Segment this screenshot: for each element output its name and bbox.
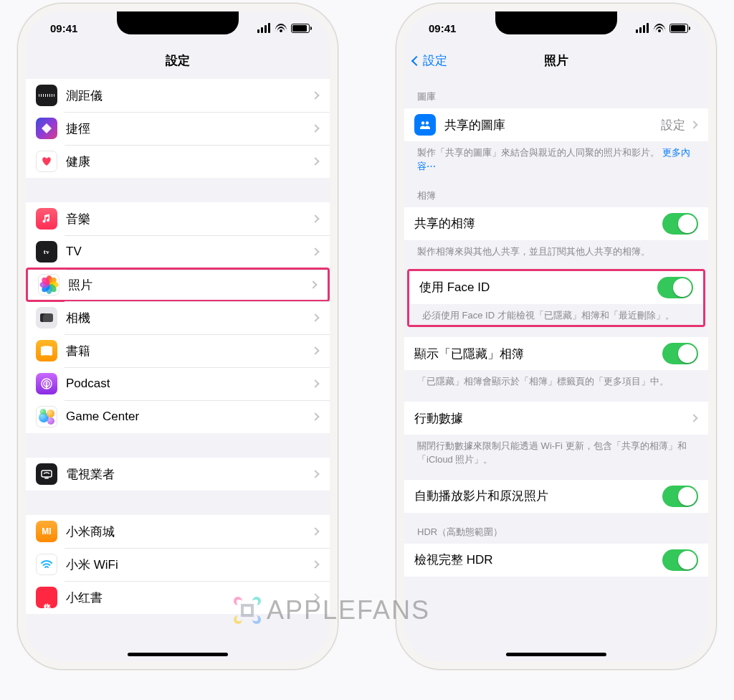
row-measure[interactable]: 測距儀 — [26, 79, 330, 112]
svg-point-2 — [45, 382, 47, 384]
row-label: 電視業者 — [66, 466, 313, 483]
row-gamecenter[interactable]: Game Center — [26, 400, 330, 433]
row-tv[interactable]: tv TV — [26, 235, 330, 268]
photos-settings[interactable]: 圖庫 共享的圖庫 設定 製作「共享的圖庫」來結合與親近的人同聚的照片和影片。 更… — [404, 77, 708, 661]
toggle-full-hdr[interactable] — [662, 549, 698, 571]
row-photos[interactable]: 照片 — [26, 268, 330, 302]
row-mi-wifi[interactable]: 小米 WiFi — [26, 548, 330, 581]
chevron-right-icon — [311, 157, 319, 165]
chevron-right-icon — [311, 593, 319, 601]
chevron-right-icon — [311, 412, 319, 420]
row-label: 自動播放影片和原況照片 — [414, 488, 662, 504]
chevron-right-icon — [311, 379, 319, 387]
row-show-hidden-album[interactable]: 顯示「已隱藏」相簿 — [404, 337, 708, 370]
row-label: 相機 — [66, 310, 313, 326]
section-footer: 製作相簿來與其他人共享，並且訂閱其他人共享的相簿。 — [404, 240, 708, 262]
measure-icon — [36, 85, 57, 106]
row-label: 小米商城 — [66, 524, 313, 540]
chevron-right-icon — [311, 313, 319, 321]
music-icon — [36, 208, 57, 230]
shortcuts-icon — [36, 118, 57, 139]
home-indicator[interactable] — [128, 653, 228, 656]
home-indicator[interactable] — [506, 653, 606, 656]
row-cellular-data[interactable]: 行動數據 — [404, 402, 708, 435]
books-icon — [36, 340, 57, 361]
svg-point-6 — [426, 121, 429, 124]
notch — [117, 11, 239, 34]
row-label: 音樂 — [66, 211, 313, 227]
screen-left: 09:41 設定 測距儀 — [26, 11, 330, 661]
wifi-icon — [275, 24, 287, 32]
chevron-right-icon — [311, 527, 319, 535]
toggle-shared-albums[interactable] — [662, 213, 698, 235]
row-podcast[interactable]: Podcast — [26, 367, 330, 400]
chevron-right-icon — [311, 470, 319, 478]
chevron-right-icon — [690, 120, 697, 128]
row-label: 顯示「已隱藏」相簿 — [414, 346, 662, 362]
row-health[interactable]: 健康 — [26, 145, 330, 178]
row-label: 共享的相簿 — [414, 215, 662, 232]
row-autoplay[interactable]: 自動播放影片和原況照片 — [404, 480, 708, 513]
svg-rect-4 — [44, 478, 49, 479]
toggle-autoplay[interactable] — [662, 486, 698, 507]
gamecenter-icon — [36, 406, 57, 427]
row-camera[interactable]: 相機 — [26, 301, 330, 334]
tvprovider-icon — [36, 463, 57, 485]
chevron-left-icon — [411, 55, 421, 65]
back-button[interactable]: 設定 — [413, 52, 447, 69]
chevron-right-icon — [311, 124, 319, 132]
chevron-right-icon — [311, 346, 319, 354]
page-title: 照片 — [544, 52, 568, 69]
row-shortcuts[interactable]: 捷徑 — [26, 112, 330, 145]
toggle-use-face-id[interactable] — [657, 277, 693, 298]
phone-left: 09:41 設定 測距儀 — [17, 3, 338, 670]
row-label: TV — [66, 245, 313, 259]
settings-list[interactable]: 測距儀 捷徑 健康 — [26, 77, 330, 661]
section-header: 相簿 — [404, 176, 708, 207]
row-value: 設定 — [661, 117, 685, 133]
row-label: 檢視完整 HDR — [414, 552, 662, 568]
svg-rect-3 — [42, 470, 52, 477]
camera-icon — [36, 307, 57, 328]
chevron-right-icon — [311, 91, 319, 99]
row-full-hdr[interactable]: 檢視完整 HDR — [404, 544, 708, 577]
row-label: 共享的圖庫 — [444, 117, 661, 133]
nav-bar: 設定 照片 — [404, 44, 708, 77]
battery-icon — [669, 24, 688, 33]
toggle-show-hidden[interactable] — [662, 343, 698, 364]
row-label: 照片 — [68, 277, 310, 293]
row-shared-library[interactable]: 共享的圖庫 設定 — [404, 108, 708, 141]
row-label: 健康 — [66, 153, 313, 170]
row-books[interactable]: 書籍 — [26, 334, 330, 367]
nav-bar: 設定 — [26, 44, 330, 77]
screen-right: 09:41 設定 照片 圖庫 — [404, 11, 708, 661]
row-xhs[interactable]: 小红 小红書 — [26, 581, 330, 614]
row-mi-store[interactable]: MI 小米商城 — [26, 515, 330, 548]
row-shared-albums[interactable]: 共享的相簿 — [404, 207, 708, 240]
row-label: Podcast — [66, 377, 313, 391]
chevron-right-icon — [690, 415, 697, 422]
phone-right: 09:41 設定 照片 圖庫 — [396, 3, 717, 670]
tv-icon: tv — [36, 241, 57, 262]
notch — [495, 11, 617, 34]
row-tvprovider[interactable]: 電視業者 — [26, 458, 330, 491]
row-label: 小米 WiFi — [66, 557, 313, 573]
row-label: 使用 Face ID — [419, 279, 657, 295]
mi-store-icon: MI — [36, 521, 57, 542]
row-use-face-id[interactable]: 使用 Face ID — [409, 271, 703, 304]
section-footer: 關閉行動數據來限制只能透過 Wi-Fi 更新，包含「共享的相薄」和「iCloud… — [404, 435, 708, 470]
page-title: 設定 — [166, 52, 190, 69]
chevron-right-icon — [311, 560, 319, 568]
row-label: 捷徑 — [66, 120, 313, 137]
status-time: 09:41 — [50, 22, 77, 34]
row-music[interactable]: 音樂 — [26, 202, 330, 235]
row-label: 小红書 — [66, 590, 313, 606]
chevron-right-icon — [309, 280, 317, 288]
photos-icon — [38, 274, 59, 295]
shared-library-icon — [414, 114, 436, 136]
svg-point-5 — [421, 121, 424, 124]
battery-icon — [291, 24, 310, 33]
cellular-icon — [636, 23, 649, 33]
section-footer: 必須使用 Face ID 才能檢視「已隱藏」相簿和「最近刪除」。 — [409, 304, 703, 326]
wifi-icon — [653, 24, 665, 32]
